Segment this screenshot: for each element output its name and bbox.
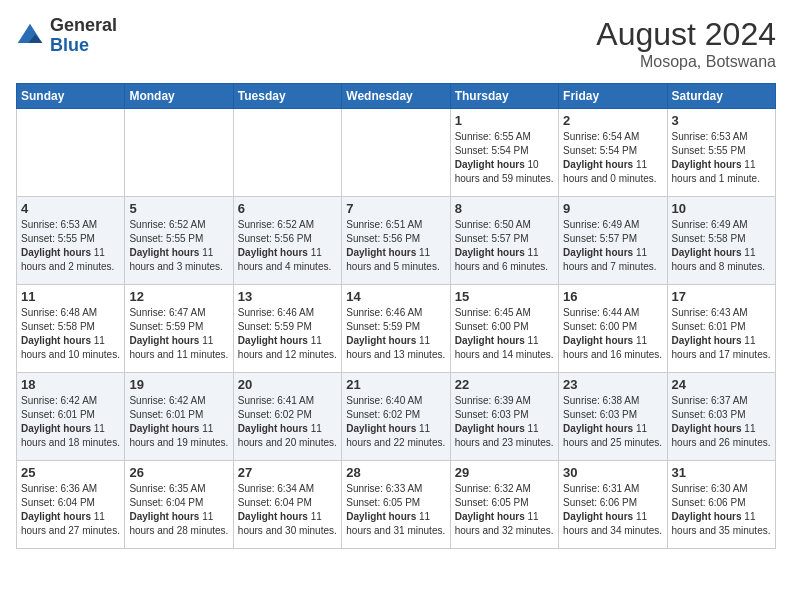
- sun-info: Sunset: 6:05 PM: [346, 496, 445, 510]
- daylight-info: Daylight hours 11 hours and 2 minutes.: [21, 246, 120, 274]
- daylight-info: Daylight hours 11 hours and 0 minutes.: [563, 158, 662, 186]
- sun-info: Sunrise: 6:42 AM: [21, 394, 120, 408]
- daylight-info: Daylight hours 11 hours and 20 minutes.: [238, 422, 337, 450]
- daylight-info: Daylight hours 11 hours and 25 minutes.: [563, 422, 662, 450]
- sun-info: Sunrise: 6:36 AM: [21, 482, 120, 496]
- daylight-info: Daylight hours 11 hours and 16 minutes.: [563, 334, 662, 362]
- sun-info: Sunrise: 6:50 AM: [455, 218, 554, 232]
- logo-icon: [16, 22, 44, 50]
- daylight-info: Daylight hours 11 hours and 23 minutes.: [455, 422, 554, 450]
- calendar-cell: 12Sunrise: 6:47 AMSunset: 5:59 PMDayligh…: [125, 285, 233, 373]
- sun-info: Sunrise: 6:52 AM: [238, 218, 337, 232]
- sun-info: Sunrise: 6:37 AM: [672, 394, 771, 408]
- sun-info: Sunset: 5:55 PM: [672, 144, 771, 158]
- sun-info: Sunset: 6:00 PM: [563, 320, 662, 334]
- sun-info: Sunrise: 6:53 AM: [672, 130, 771, 144]
- col-monday: Monday: [125, 84, 233, 109]
- daylight-info: Daylight hours 11 hours and 34 minutes.: [563, 510, 662, 538]
- daylight-info: Daylight hours 11 hours and 13 minutes.: [346, 334, 445, 362]
- sun-info: Sunrise: 6:45 AM: [455, 306, 554, 320]
- sun-info: Sunrise: 6:32 AM: [455, 482, 554, 496]
- day-number: 30: [563, 465, 662, 480]
- header-row: Sunday Monday Tuesday Wednesday Thursday…: [17, 84, 776, 109]
- col-sunday: Sunday: [17, 84, 125, 109]
- daylight-info: Daylight hours 11 hours and 35 minutes.: [672, 510, 771, 538]
- sun-info: Sunset: 5:55 PM: [129, 232, 228, 246]
- calendar-week-1: 1Sunrise: 6:55 AMSunset: 5:54 PMDaylight…: [17, 109, 776, 197]
- daylight-info: Daylight hours 11 hours and 26 minutes.: [672, 422, 771, 450]
- sun-info: Sunset: 5:56 PM: [238, 232, 337, 246]
- calendar-cell: 30Sunrise: 6:31 AMSunset: 6:06 PMDayligh…: [559, 461, 667, 549]
- calendar-cell: 23Sunrise: 6:38 AMSunset: 6:03 PMDayligh…: [559, 373, 667, 461]
- day-number: 6: [238, 201, 337, 216]
- sun-info: Sunrise: 6:51 AM: [346, 218, 445, 232]
- calendar-week-4: 18Sunrise: 6:42 AMSunset: 6:01 PMDayligh…: [17, 373, 776, 461]
- sun-info: Sunset: 6:03 PM: [672, 408, 771, 422]
- calendar-cell: 27Sunrise: 6:34 AMSunset: 6:04 PMDayligh…: [233, 461, 341, 549]
- sun-info: Sunset: 5:58 PM: [672, 232, 771, 246]
- calendar-cell: 3Sunrise: 6:53 AMSunset: 5:55 PMDaylight…: [667, 109, 775, 197]
- daylight-info: Daylight hours 11 hours and 3 minutes.: [129, 246, 228, 274]
- sun-info: Sunrise: 6:40 AM: [346, 394, 445, 408]
- daylight-info: Daylight hours 11 hours and 5 minutes.: [346, 246, 445, 274]
- daylight-info: Daylight hours 11 hours and 18 minutes.: [21, 422, 120, 450]
- daylight-info: Daylight hours 11 hours and 17 minutes.: [672, 334, 771, 362]
- calendar-cell: 8Sunrise: 6:50 AMSunset: 5:57 PMDaylight…: [450, 197, 558, 285]
- sun-info: Sunset: 6:06 PM: [563, 496, 662, 510]
- logo-general: General: [50, 15, 117, 35]
- daylight-info: Daylight hours 11 hours and 27 minutes.: [21, 510, 120, 538]
- sun-info: Sunset: 6:01 PM: [129, 408, 228, 422]
- day-number: 26: [129, 465, 228, 480]
- daylight-info: Daylight hours 11 hours and 14 minutes.: [455, 334, 554, 362]
- sun-info: Sunset: 6:01 PM: [672, 320, 771, 334]
- sun-info: Sunrise: 6:47 AM: [129, 306, 228, 320]
- calendar-cell: 26Sunrise: 6:35 AMSunset: 6:04 PMDayligh…: [125, 461, 233, 549]
- sun-info: Sunset: 5:55 PM: [21, 232, 120, 246]
- sun-info: Sunrise: 6:33 AM: [346, 482, 445, 496]
- calendar-cell: 5Sunrise: 6:52 AMSunset: 5:55 PMDaylight…: [125, 197, 233, 285]
- sun-info: Sunset: 5:59 PM: [238, 320, 337, 334]
- sun-info: Sunrise: 6:31 AM: [563, 482, 662, 496]
- calendar-cell: 19Sunrise: 6:42 AMSunset: 6:01 PMDayligh…: [125, 373, 233, 461]
- logo-blue: Blue: [50, 35, 89, 55]
- daylight-info: Daylight hours 10 hours and 59 minutes.: [455, 158, 554, 186]
- sun-info: Sunset: 5:56 PM: [346, 232, 445, 246]
- sun-info: Sunrise: 6:30 AM: [672, 482, 771, 496]
- calendar-cell: 31Sunrise: 6:30 AMSunset: 6:06 PMDayligh…: [667, 461, 775, 549]
- calendar-cell: 10Sunrise: 6:49 AMSunset: 5:58 PMDayligh…: [667, 197, 775, 285]
- sun-info: Sunset: 5:59 PM: [346, 320, 445, 334]
- calendar-week-2: 4Sunrise: 6:53 AMSunset: 5:55 PMDaylight…: [17, 197, 776, 285]
- sun-info: Sunset: 5:58 PM: [21, 320, 120, 334]
- sun-info: Sunset: 5:59 PM: [129, 320, 228, 334]
- day-number: 31: [672, 465, 771, 480]
- day-number: 13: [238, 289, 337, 304]
- daylight-info: Daylight hours 11 hours and 30 minutes.: [238, 510, 337, 538]
- sun-info: Sunrise: 6:34 AM: [238, 482, 337, 496]
- sun-info: Sunrise: 6:35 AM: [129, 482, 228, 496]
- day-number: 18: [21, 377, 120, 392]
- calendar-cell: 17Sunrise: 6:43 AMSunset: 6:01 PMDayligh…: [667, 285, 775, 373]
- daylight-info: Daylight hours 11 hours and 4 minutes.: [238, 246, 337, 274]
- calendar-cell: [342, 109, 450, 197]
- day-number: 8: [455, 201, 554, 216]
- sun-info: Sunrise: 6:49 AM: [563, 218, 662, 232]
- sun-info: Sunset: 6:03 PM: [563, 408, 662, 422]
- col-wednesday: Wednesday: [342, 84, 450, 109]
- daylight-info: Daylight hours 11 hours and 19 minutes.: [129, 422, 228, 450]
- sun-info: Sunset: 6:04 PM: [238, 496, 337, 510]
- col-friday: Friday: [559, 84, 667, 109]
- calendar-cell: 6Sunrise: 6:52 AMSunset: 5:56 PMDaylight…: [233, 197, 341, 285]
- day-number: 11: [21, 289, 120, 304]
- title-block: August 2024 Mosopa, Botswana: [596, 16, 776, 71]
- sun-info: Sunrise: 6:55 AM: [455, 130, 554, 144]
- sun-info: Sunrise: 6:44 AM: [563, 306, 662, 320]
- daylight-info: Daylight hours 11 hours and 22 minutes.: [346, 422, 445, 450]
- daylight-info: Daylight hours 11 hours and 7 minutes.: [563, 246, 662, 274]
- sun-info: Sunrise: 6:48 AM: [21, 306, 120, 320]
- calendar-cell: 16Sunrise: 6:44 AMSunset: 6:00 PMDayligh…: [559, 285, 667, 373]
- calendar-cell: 7Sunrise: 6:51 AMSunset: 5:56 PMDaylight…: [342, 197, 450, 285]
- sun-info: Sunset: 6:02 PM: [238, 408, 337, 422]
- calendar-cell: 24Sunrise: 6:37 AMSunset: 6:03 PMDayligh…: [667, 373, 775, 461]
- daylight-info: Daylight hours 11 hours and 12 minutes.: [238, 334, 337, 362]
- col-thursday: Thursday: [450, 84, 558, 109]
